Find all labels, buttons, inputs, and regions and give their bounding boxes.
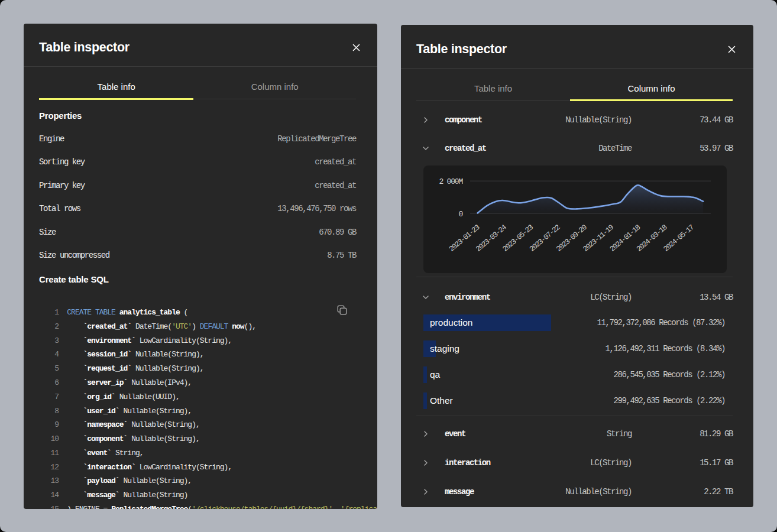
svg-text:2 000M: 2 000M — [439, 177, 462, 186]
svg-text:0: 0 — [458, 210, 462, 219]
